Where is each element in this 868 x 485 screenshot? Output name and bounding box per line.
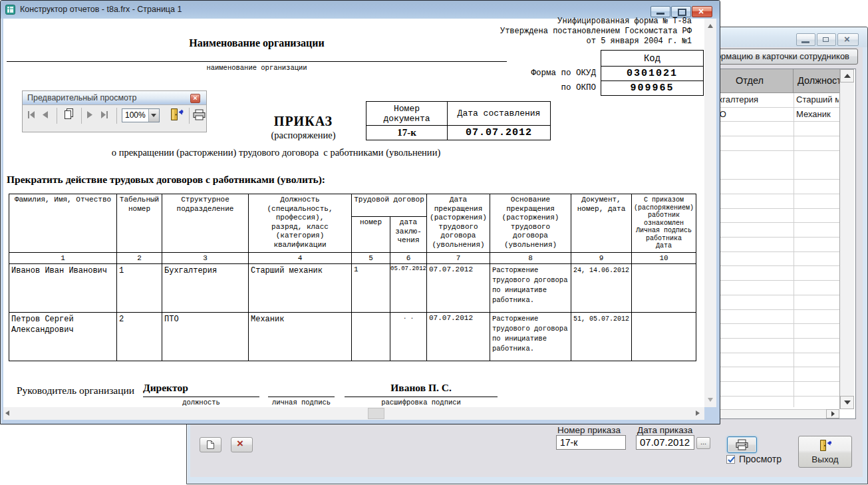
close-preview-icon[interactable]: [170, 108, 184, 121]
row2-acquainted: [632, 313, 696, 361]
row2-document: 51, 05.07.2012: [571, 313, 632, 361]
signature-line: [268, 397, 335, 397]
doc-hscrollbar[interactable]: [3, 407, 704, 420]
col-header-position: Должность (специальность, профессия), ра…: [249, 194, 352, 253]
doc-date-header: Дата составления: [448, 102, 551, 126]
col-header-fio: Фамилия, Имя, Отчество: [9, 194, 117, 253]
preview-close-icon: ×: [190, 93, 200, 102]
grid-cell-dolzhnost-1[interactable]: Старший механик: [796, 94, 839, 106]
preview-checkbox-check-icon: [728, 456, 735, 463]
zoom-value: 100%: [125, 110, 146, 120]
col-header-document: Документ, номер, дата: [571, 194, 632, 253]
grid-scroll-right-icon: [831, 411, 835, 416]
toolbar-separator-1: [57, 108, 57, 124]
last-page-icon[interactable]: [100, 111, 108, 118]
col-header-division: Структурное подразделение: [162, 194, 249, 253]
row2-contract-date: . .: [390, 313, 427, 361]
row1-term-date: 07.07.2012: [427, 264, 490, 313]
signature-label: личная подпись: [255, 399, 348, 406]
row1-document: 24, 14.06.2012: [571, 264, 632, 313]
report-window-title: Конструктор отчетов - t8a.frx - Страница…: [20, 5, 182, 14]
employees-minimize-button[interactable]: [796, 33, 815, 46]
position-line: [143, 397, 259, 397]
prev-page-icon[interactable]: [42, 111, 48, 118]
subject-line: о прекращении (расторжении) трудового до…: [0, 147, 552, 158]
position-value: Директор: [143, 382, 188, 394]
col-header-contract: Трудовой договор: [352, 194, 427, 217]
toolbar-print-icon[interactable]: [193, 109, 206, 120]
row2-position: Механик: [249, 313, 352, 361]
code-table: Код 0301021 909965: [601, 50, 704, 96]
minimize-icon: [801, 41, 809, 43]
col-header-acquainted: С приказом (распоряжением) работник озна…: [632, 194, 696, 253]
print-icon: [736, 439, 748, 450]
col-number: 2: [117, 253, 162, 264]
report-close-icon: ×: [698, 6, 704, 17]
report-minimize-button[interactable]: [651, 6, 670, 17]
row2-division: ПТО: [162, 313, 249, 361]
name-line: [345, 397, 498, 397]
grid-cell-otdel-2[interactable]: ПТО: [708, 109, 792, 120]
row2-term-date: 07.07.2012: [427, 313, 490, 361]
col-header-contract-number: номер: [352, 217, 390, 253]
grid-header-dolzhnost[interactable]: Должность: [794, 69, 839, 93]
document-number-table: Номер документа Дата составления 17-к 07…: [366, 101, 551, 140]
row1-term-basis: Расторжение трудового договора по инициа…: [490, 264, 571, 313]
org-name-sublabel: наименование организации: [7, 64, 507, 72]
report-maximize-icon: [678, 9, 686, 16]
grid-cell-otdel-1[interactable]: Бухгалтерия: [708, 94, 792, 106]
approved-line-3: от 5 января 2004 г. №1: [426, 37, 692, 46]
delete-icon: ×: [237, 437, 243, 450]
toolbar-separator-2: [81, 108, 82, 124]
first-page-icon[interactable]: [27, 111, 35, 118]
col-number: 6: [390, 253, 427, 264]
order-date-input[interactable]: 07.07.2012: [636, 435, 694, 450]
grid-vline: [794, 93, 794, 407]
toolbar-separator-3: [116, 108, 117, 124]
doc-date-value: 07.07.2012: [448, 126, 551, 140]
row1-acquainted: [632, 264, 696, 313]
exit-door-icon: [819, 439, 832, 452]
row1-fio: Иванов Иван Иванович: [9, 264, 117, 313]
row1-tab-number: 1: [117, 264, 162, 313]
doc-scroll-up-icon[interactable]: [708, 24, 713, 28]
order-date-label: Дата приказа: [637, 425, 692, 435]
okpo-label: по ОКПО: [463, 83, 596, 92]
row1-contract-number: 1: [352, 264, 390, 313]
name-value: Иванов П. С.: [345, 382, 498, 394]
employees-table: Фамилия, Имя, Отчество Табельный номер С…: [9, 194, 696, 361]
doc-scroll-left-icon[interactable]: [5, 410, 9, 416]
col-header-tab-number: Табельный номер: [117, 194, 162, 253]
code-header: Код: [601, 51, 704, 67]
okud-label: Форма по ОКУД: [463, 69, 596, 78]
row1-division: Бухгалтерия: [162, 264, 249, 313]
preview-toolbar-title: Предварительный просмотр: [27, 93, 136, 102]
col-number: 7: [427, 253, 490, 264]
preview-checkbox-label[interactable]: Просмотр: [739, 454, 782, 464]
next-page-icon[interactable]: [87, 111, 93, 118]
row2-tab-number: 2: [117, 313, 162, 361]
doc-scroll-down-icon[interactable]: [708, 398, 713, 402]
grid-scroll-down-icon: [844, 401, 851, 404]
order-number-input[interactable]: 17-к: [556, 435, 626, 450]
report-minimize-icon: [656, 13, 664, 15]
col-number: 9: [571, 253, 632, 264]
col-header-contract-date: дата заклю- чения: [390, 217, 427, 253]
doc-vscrollbar[interactable]: [704, 19, 716, 407]
grid-scroll-up-icon: [844, 74, 851, 78]
doc-number-header: Номер документа: [366, 102, 448, 126]
doc-hscroll-thumb[interactable]: [368, 408, 384, 419]
approved-line-1: Унифицированная форма № Т-8а: [426, 17, 692, 26]
maximize-icon: [823, 37, 829, 42]
grid-cell-dolzhnost-2[interactable]: Механик: [796, 109, 839, 120]
col-number: 3: [162, 253, 249, 264]
grid-vscrollbar[interactable]: [839, 69, 854, 409]
date-picker-button[interactable]: ...: [696, 437, 710, 449]
approved-line-2: Утверждена постановлением Госкомстата РФ: [426, 27, 692, 36]
okpo-value: 909965: [601, 81, 704, 96]
doc-scroll-right-icon[interactable]: [696, 410, 700, 416]
zoom-dropdown-icon: [151, 114, 156, 117]
col-header-term-basis: Основание прекращения (расторжения) труд…: [490, 194, 571, 253]
pages-icon[interactable]: [64, 108, 75, 120]
col-number: 8: [490, 253, 571, 264]
